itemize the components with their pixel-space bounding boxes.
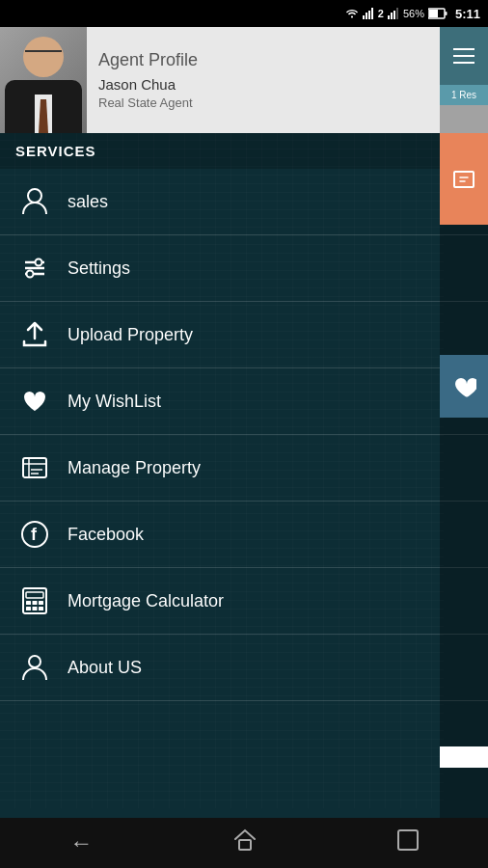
svg-rect-28 <box>33 601 38 605</box>
svg-rect-2 <box>368 11 370 19</box>
menu-item-facebook[interactable]: f Facebook <box>0 502 488 568</box>
profile-role: Real State Agent <box>98 95 476 110</box>
svg-point-33 <box>29 656 41 667</box>
services-section-label: SERVICES <box>0 133 488 169</box>
about-us-label: About US <box>68 658 142 678</box>
orange-card-icon <box>452 168 475 191</box>
menu-item-mortgage-calculator[interactable]: Mortgage Calculator <box>0 568 488 635</box>
wishlist-label: My WishList <box>68 392 161 412</box>
svg-rect-1 <box>366 13 367 19</box>
svg-rect-29 <box>39 601 43 605</box>
avatar-image <box>0 27 87 133</box>
menu-item-settings[interactable]: Settings <box>0 235 488 302</box>
battery-label: 56% <box>403 8 424 19</box>
menu-item-sales[interactable]: sales <box>0 169 488 235</box>
menu-item-upload-property[interactable]: Upload Property <box>0 302 488 368</box>
signal2-icon <box>388 8 399 19</box>
hamburger-line-2 <box>453 55 474 57</box>
svg-rect-7 <box>396 8 398 19</box>
mortgage-calculator-label: Mortgage Calculator <box>68 591 224 611</box>
svg-point-12 <box>28 189 41 203</box>
wifi-icon <box>345 8 359 19</box>
bottom-navigation: ← <box>0 818 488 868</box>
menu-item-wishlist[interactable]: My WishList <box>0 368 488 435</box>
svg-rect-31 <box>33 607 38 610</box>
profile-info: Agent Profile Jason Chua Real State Agen… <box>87 35 488 125</box>
orange-card[interactable] <box>440 133 488 225</box>
bottom-strip <box>440 746 488 768</box>
wishlist-icon <box>15 382 54 420</box>
battery-icon <box>428 8 447 19</box>
back-button[interactable]: ← <box>69 829 93 856</box>
svg-rect-6 <box>393 11 395 19</box>
hamburger-line-3 <box>453 62 474 64</box>
svg-rect-11 <box>454 172 474 187</box>
menu-item-about-us[interactable]: About US <box>0 635 488 701</box>
svg-rect-9 <box>429 10 438 17</box>
svg-rect-3 <box>371 8 373 19</box>
svg-text:f: f <box>31 525 38 544</box>
right-panel: 1 Res <box>440 27 488 818</box>
home-button[interactable] <box>232 827 258 858</box>
recent-apps-button[interactable] <box>397 829 419 856</box>
facebook-label: Facebook <box>68 525 144 545</box>
result-badge: 1 Res <box>440 85 488 105</box>
wishlist-side-card[interactable] <box>440 355 488 418</box>
facebook-icon: f <box>15 515 54 554</box>
calculator-icon <box>15 582 54 620</box>
svg-rect-27 <box>26 601 31 605</box>
svg-point-17 <box>27 271 34 278</box>
settings-label: Settings <box>68 258 130 279</box>
heart-side-icon <box>451 375 476 398</box>
menu-item-manage-property[interactable]: Manage Property <box>0 435 488 502</box>
agent-profile-header: Agent Profile Jason Chua Real State Agen… <box>0 27 488 133</box>
hamburger-line-1 <box>453 48 474 50</box>
avatar <box>0 27 87 133</box>
svg-rect-4 <box>388 15 390 19</box>
time-display: 5:11 <box>455 7 480 21</box>
status-icons: 2 56% 5:11 <box>345 7 480 21</box>
about-us-icon <box>15 648 54 687</box>
upload-icon <box>15 315 54 354</box>
svg-rect-0 <box>363 15 365 19</box>
hamburger-button[interactable] <box>440 27 488 85</box>
sales-label: sales <box>68 192 108 212</box>
sales-icon <box>15 182 54 221</box>
svg-point-16 <box>36 259 42 266</box>
svg-rect-30 <box>26 607 31 610</box>
status-bar: 2 56% 5:11 <box>0 0 488 27</box>
signal-icon <box>363 8 374 19</box>
svg-rect-5 <box>391 13 393 19</box>
svg-rect-35 <box>398 830 418 850</box>
svg-rect-32 <box>39 607 43 610</box>
svg-rect-34 <box>239 840 251 850</box>
sim-label: 2 <box>378 8 384 19</box>
menu-list: sales Settings Upload Property <box>0 169 488 701</box>
settings-icon <box>15 249 54 287</box>
svg-rect-26 <box>26 592 43 598</box>
profile-name: Jason Chua <box>98 76 476 93</box>
svg-rect-10 <box>445 12 447 15</box>
upload-property-label: Upload Property <box>68 325 193 345</box>
manage-property-icon <box>15 448 54 487</box>
svg-rect-18 <box>23 458 46 477</box>
profile-title: Agent Profile <box>98 50 476 70</box>
manage-property-label: Manage Property <box>68 458 201 478</box>
